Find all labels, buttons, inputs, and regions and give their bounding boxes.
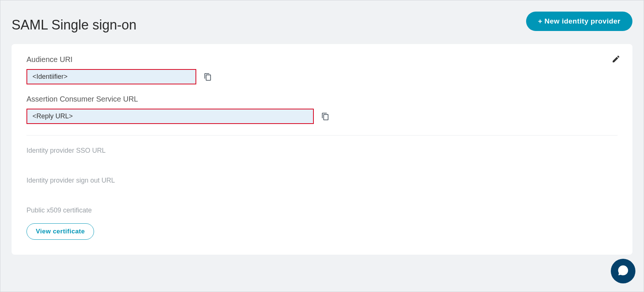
- copy-icon[interactable]: [321, 112, 329, 121]
- audience-uri-value[interactable]: <Identiifier>: [26, 69, 196, 84]
- acs-url-label: Assertion Consumer Service URL: [26, 95, 618, 103]
- certificate-label: Public x509 certificate: [26, 206, 618, 214]
- view-certificate-button[interactable]: View certificate: [26, 223, 94, 240]
- idp-sso-url-label: Identity provider SSO URL: [26, 147, 618, 155]
- section-divider: [26, 135, 618, 136]
- chat-icon: [617, 264, 629, 278]
- new-identity-provider-button[interactable]: + New identity provider: [526, 12, 632, 31]
- acs-url-value[interactable]: <Reply URL>: [26, 109, 314, 124]
- edit-icon[interactable]: [612, 55, 620, 65]
- audience-uri-label: Audience URI: [26, 55, 618, 64]
- idp-signout-url-label: Identity provider sign out URL: [26, 177, 618, 184]
- copy-icon[interactable]: [204, 73, 212, 81]
- page-title: SAML Single sign-on: [12, 17, 137, 33]
- saml-settings-card: Audience URI <Identiifier> Assertion Con…: [12, 44, 632, 255]
- chat-widget-button[interactable]: [611, 259, 635, 283]
